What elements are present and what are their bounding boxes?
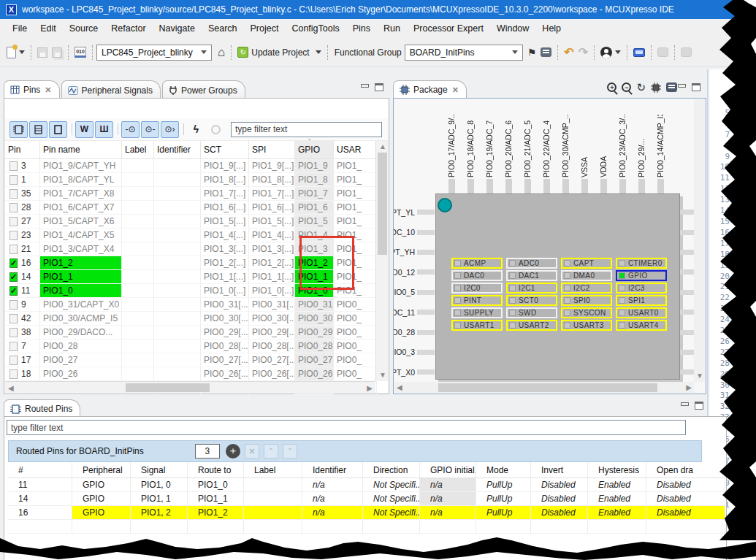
package-pin[interactable]: PIO0_14/ACMP_I3...	[651, 115, 670, 193]
package-pin[interactable]: PIO0_29/...	[632, 115, 651, 193]
peripheral-checkbox[interactable]	[564, 297, 570, 304]
chip-settings-icon[interactable]	[651, 83, 661, 93]
peripheral-box[interactable]: USART0	[616, 307, 667, 318]
user-menu-button[interactable]	[600, 43, 621, 62]
peripheral-box[interactable]: GPIO	[616, 270, 667, 281]
power-flash-button[interactable]: ϟ	[187, 121, 205, 138]
package-pin[interactable]: PT_X0	[393, 362, 435, 382]
column-header[interactable]: Open dra	[646, 462, 725, 478]
scroll-right-icon[interactable]: ▶	[367, 385, 373, 392]
peripheral-box[interactable]: I2C3	[616, 283, 667, 294]
table-row[interactable]: 9 PIO0_31/CAPT_X0 PIO0_31[...] PIO0_31[.…	[5, 298, 377, 312]
column-header[interactable]: Mode	[476, 462, 531, 478]
pin-checkbox[interactable]	[9, 328, 18, 337]
close-icon[interactable]: ✕	[452, 85, 459, 95]
table-row[interactable]: 28 PIO1_6/CAPT_X7 PIO1_6[...] PIO1_6[...…	[5, 201, 377, 215]
screen-button[interactable]	[633, 43, 645, 62]
checkbox-cell[interactable]	[5, 256, 18, 270]
peripheral-box[interactable]: ACMP	[451, 258, 503, 269]
menu-item[interactable]: ConfigTools	[285, 20, 345, 37]
peripheral-checkbox[interactable]	[509, 310, 516, 316]
pin-checkbox[interactable]	[9, 245, 18, 254]
minimize-icon[interactable]	[680, 402, 689, 410]
project-combo[interactable]: LPC845_Project_blinky	[96, 45, 212, 61]
table-row[interactable]: 7 PIO0_28 PIO0_28[...] PIO0_28[...] PIO0…	[5, 340, 377, 353]
functional-group-combo[interactable]: BOARD_InitPins	[405, 45, 523, 61]
peripheral-box[interactable]: USART1	[451, 320, 503, 331]
table-row[interactable]: 42 PIO0_30/ACMP_I5 PIO0_30[...] PIO0_30[…	[5, 312, 377, 326]
checkbox-cell[interactable]	[5, 298, 18, 312]
peripheral-checkbox[interactable]	[619, 260, 625, 266]
peripheral-box[interactable]: SCT0	[506, 295, 557, 306]
package-pin[interactable]: IO0_3	[393, 342, 435, 362]
peripheral-box[interactable]: DAC0	[451, 270, 503, 281]
pin-checkbox[interactable]	[9, 272, 18, 282]
checkbox-cell[interactable]	[5, 173, 18, 187]
peripheral-box[interactable]: SUPPLY	[451, 307, 503, 318]
package-pin[interactable]: PIO0_20/ADC_6	[499, 115, 518, 193]
checkbox-cell[interactable]	[5, 270, 18, 284]
pin-checkbox[interactable]	[9, 314, 18, 323]
scroll-right-icon[interactable]: ▶	[686, 384, 692, 391]
misc-button[interactable]	[681, 43, 692, 62]
column-header[interactable]: Signal	[131, 462, 188, 478]
signals-zigzag-toggle[interactable]: W	[75, 121, 93, 138]
pin-checkbox[interactable]	[9, 356, 18, 365]
peripheral-checkbox[interactable]	[619, 310, 625, 316]
peripheral-checkbox[interactable]	[454, 285, 461, 291]
peripheral-checkbox[interactable]	[509, 322, 516, 329]
col-usart[interactable]: USAR	[334, 141, 377, 158]
package-pin[interactable]: VSSA	[575, 115, 594, 193]
scroll-thumb[interactable]	[126, 383, 210, 392]
add-pin-button[interactable]: ＋	[226, 444, 240, 459]
pin-checkbox[interactable]	[9, 175, 18, 185]
package-pin[interactable]: PIO0_21/ADC_5	[518, 115, 537, 193]
peripheral-checkbox[interactable]	[619, 297, 625, 304]
update-project-button[interactable]: ↻ Update Project	[237, 43, 321, 62]
col-gpio[interactable]: ˇGPIO	[295, 141, 334, 158]
peripheral-checkbox[interactable]	[619, 322, 625, 329]
menu-item[interactable]: Edit	[34, 20, 63, 37]
column-header[interactable]: GPIO initial...	[420, 462, 476, 478]
maximize-icon[interactable]	[695, 402, 703, 410]
tab-peripheral-signals[interactable]: Peripheral Signals	[61, 80, 161, 99]
col-label[interactable]: Label	[122, 141, 154, 158]
move-up-button[interactable]: ˆ	[264, 444, 278, 459]
peripheral-box[interactable]: USART3	[561, 320, 612, 331]
peripheral-checkbox[interactable]	[509, 260, 516, 266]
move-down-button[interactable]: ˇ	[283, 444, 297, 459]
route-in-toggle[interactable]: -⊙	[121, 121, 140, 138]
peripheral-box[interactable]: DAC1	[506, 270, 557, 281]
package-pin[interactable]: PIO0_19/ADC_7	[480, 115, 499, 193]
zoom-in-icon[interactable]: +	[607, 83, 616, 92]
minimize-icon[interactable]	[360, 83, 369, 91]
table-row[interactable]: 27 PIO1_5/CAPT_X6 PIO1_5[...] PIO1_5[...…	[5, 215, 377, 229]
table-row[interactable]: 3 PIO1_9/CAPT_YH PIO1_9[...] PIO1_9[...]…	[5, 159, 377, 173]
peripheral-box[interactable]: ADC0	[506, 258, 557, 269]
package-pin[interactable]: DC_10	[393, 222, 435, 242]
new-file-button[interactable]	[7, 43, 25, 62]
pin-checkbox[interactable]	[9, 369, 18, 379]
peripheral-box[interactable]: I2C1	[506, 283, 557, 294]
package-pin[interactable]: PIO0_22/ADC_4	[537, 115, 556, 193]
col-pin-name[interactable]: Pin name	[40, 141, 122, 158]
flag-button[interactable]: ⚑	[527, 43, 537, 62]
package-horizontal-scrollbar[interactable]: ◀ ▶	[394, 382, 694, 393]
checkbox-cell[interactable]	[5, 201, 18, 215]
pins-horizontal-scrollbar[interactable]: ◀ ▶	[5, 381, 375, 393]
menu-item[interactable]: Search	[202, 20, 244, 37]
peripheral-checkbox[interactable]	[454, 310, 461, 316]
package-canvas[interactable]: PIO0_17/ADC_9/... PIO0_18/ADC_8 PIO0_19/…	[393, 98, 706, 394]
scroll-left-icon[interactable]: ◀	[397, 384, 402, 391]
column-header[interactable]: Peripheral	[72, 462, 131, 478]
scroll-down-icon[interactable]: ▼	[696, 372, 703, 380]
menu-item[interactable]: Refactor	[104, 20, 152, 37]
table-row[interactable]: 17 PIO0_27 PIO0_27[...] PIO0_27[...] PIO…	[5, 353, 377, 367]
scroll-left-icon[interactable]: ◀	[8, 385, 14, 392]
checkbox-cell[interactable]	[5, 326, 18, 340]
delete-pin-button[interactable]: ✕	[245, 444, 259, 459]
menu-item[interactable]: Help	[535, 20, 568, 37]
peripheral-box[interactable]: SYSCON	[561, 307, 612, 318]
binary-button[interactable]: 010	[75, 43, 86, 62]
peripheral-checkbox[interactable]	[564, 285, 570, 291]
